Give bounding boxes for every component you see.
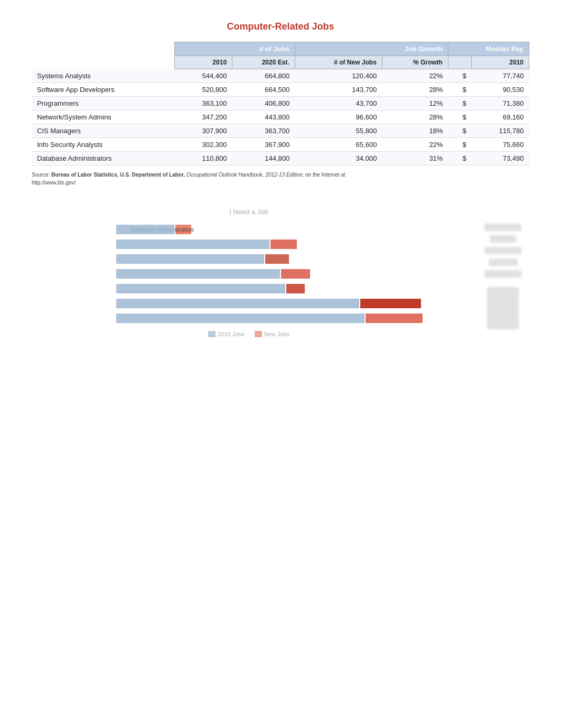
deco-box-3 (484, 247, 521, 254)
cell-dollar: $ (448, 110, 471, 124)
cell-dollar: $ (448, 124, 471, 138)
table-row: Info Security Analysts 302,300 367,900 6… (32, 138, 529, 152)
cell-dollar: $ (448, 69, 471, 83)
bar-2010 (116, 314, 364, 323)
cell-job: Network/System Admins (32, 110, 175, 124)
chart-container: I Need a Job Database AdministratorsInfo… (32, 208, 466, 338)
cell-2010: 544,400 (175, 69, 232, 83)
cell-new-jobs: 65,600 (295, 138, 382, 152)
bar-new-jobs (366, 314, 423, 323)
bar-wrapper (116, 298, 466, 309)
cell-2010: 520,800 (175, 83, 232, 97)
cell-pay: 73,490 (472, 152, 529, 165)
table-row: Systems Analysts 544,400 664,800 120,400… (32, 69, 529, 83)
cell-2020: 443,800 (232, 110, 295, 124)
chart-title: I Need a Job (32, 208, 466, 216)
cell-dollar: $ (448, 152, 471, 165)
legend-item-new: New Jobs (255, 331, 289, 337)
cell-pay: 75,660 (472, 138, 529, 152)
cell-2010: 307,900 (175, 124, 232, 138)
source-prefix: Source: (32, 172, 51, 178)
cell-new-jobs: 55,800 (295, 124, 382, 138)
cell-new-jobs: 96,600 (295, 110, 382, 124)
cell-2020: 367,900 (232, 138, 295, 152)
sub-header-job (32, 56, 175, 69)
cell-growth: 22% (382, 69, 448, 83)
col-header-job-growth: Job Growth (295, 42, 448, 56)
bar-2010 (116, 225, 174, 234)
bar-2010 (116, 239, 269, 249)
cell-new-jobs: 43,700 (295, 97, 382, 110)
cell-2020: 664,800 (232, 69, 295, 83)
deco-box-6 (487, 287, 519, 329)
table-group-header-row: # of Jobs Job Growth Median Pay (32, 42, 529, 56)
table-row: Database Administrators 110,800 144,800 … (32, 152, 529, 165)
table-row: Software App Developers 520,800 664,500 … (32, 83, 529, 97)
legend-label-new: New Jobs (264, 331, 289, 337)
source-bold: Bureau of Labor Statistics, U.S. Departm… (51, 172, 185, 178)
bar-new-jobs (360, 299, 421, 308)
bar-chart: Database AdministratorsInfo Security Ana… (32, 224, 466, 324)
sub-header-pay2010: 2010 (472, 56, 529, 69)
legend-swatch-new (255, 331, 262, 337)
sub-header-2020: 2020 Est. (232, 56, 295, 69)
legend-swatch-2010 (208, 331, 216, 337)
bar-row: Network/System Admins (116, 269, 466, 279)
col-header-job (32, 42, 175, 56)
table-row: Network/System Admins 347,200 443,800 96… (32, 110, 529, 124)
table-sub-header-row: 2010 2020 Est. # of New Jobs % Growth 20… (32, 56, 529, 69)
cell-dollar: $ (448, 97, 471, 110)
bar-2010 (116, 284, 285, 293)
cell-job: CIS Managers (32, 124, 175, 138)
bar-2010 (116, 269, 280, 279)
legend-item-2010: 2010 Jobs (208, 331, 245, 337)
cell-2020: 406,800 (232, 97, 295, 110)
bar-2010 (116, 254, 264, 264)
bar-wrapper (116, 254, 466, 264)
cell-2010: 347,200 (175, 110, 232, 124)
jobs-table: # of Jobs Job Growth Median Pay 2010 202… (32, 42, 529, 165)
sub-header-dollar (448, 56, 471, 69)
chart-section: I Need a Job Database AdministratorsInfo… (32, 208, 529, 338)
cell-2010: 110,800 (175, 152, 232, 165)
bar-row: Systems Analysts (116, 313, 466, 324)
cell-pay: 90,530 (472, 83, 529, 97)
cell-new-jobs: 120,400 (295, 69, 382, 83)
table-row: Programmers 363,100 406,800 43,700 12% $… (32, 97, 529, 110)
cell-job: Programmers (32, 97, 175, 110)
bar-wrapper (116, 283, 466, 294)
bar-row: Software App Developers (116, 298, 466, 309)
bar-new-jobs (270, 239, 297, 249)
bar-new-jobs (286, 284, 305, 293)
bar-row: Database Administrators (116, 224, 466, 235)
source-note: Source: Bureau of Labor Statistics, U.S.… (32, 171, 359, 187)
cell-2020: 363,700 (232, 124, 295, 138)
cell-growth: 28% (382, 83, 448, 97)
cell-job: Database Administrators (32, 152, 175, 165)
cell-2020: 664,500 (232, 83, 295, 97)
col-header-num-jobs: # of Jobs (175, 42, 295, 56)
cell-2010: 302,300 (175, 138, 232, 152)
bar-row: Programmers (116, 283, 466, 294)
cell-job: Systems Analysts (32, 69, 175, 83)
cell-growth: 22% (382, 138, 448, 152)
deco-box-4 (489, 259, 518, 266)
deco-box-1 (484, 224, 521, 231)
sub-header-new-jobs: # of New Jobs (295, 56, 382, 69)
cell-2020: 144,800 (232, 152, 295, 165)
cell-2010: 363,100 (175, 97, 232, 110)
cell-growth: 31% (382, 152, 448, 165)
cell-job: Software App Developers (32, 83, 175, 97)
legend-label-2010: 2010 Jobs (218, 331, 245, 337)
bar-row: Info Security Analysts (116, 239, 466, 250)
page-title: Computer-Related Jobs (32, 21, 529, 32)
sub-header-2010: 2010 (175, 56, 232, 69)
bar-new-jobs (265, 254, 289, 264)
cell-job: Info Security Analysts (32, 138, 175, 152)
col-header-median-pay: Median Pay (448, 42, 529, 56)
cell-pay: 115,780 (472, 124, 529, 138)
bar-wrapper (116, 239, 466, 250)
cell-pay: 69,160 (472, 110, 529, 124)
cell-pay: 77,740 (472, 69, 529, 83)
chart-right-decoration (476, 224, 529, 329)
